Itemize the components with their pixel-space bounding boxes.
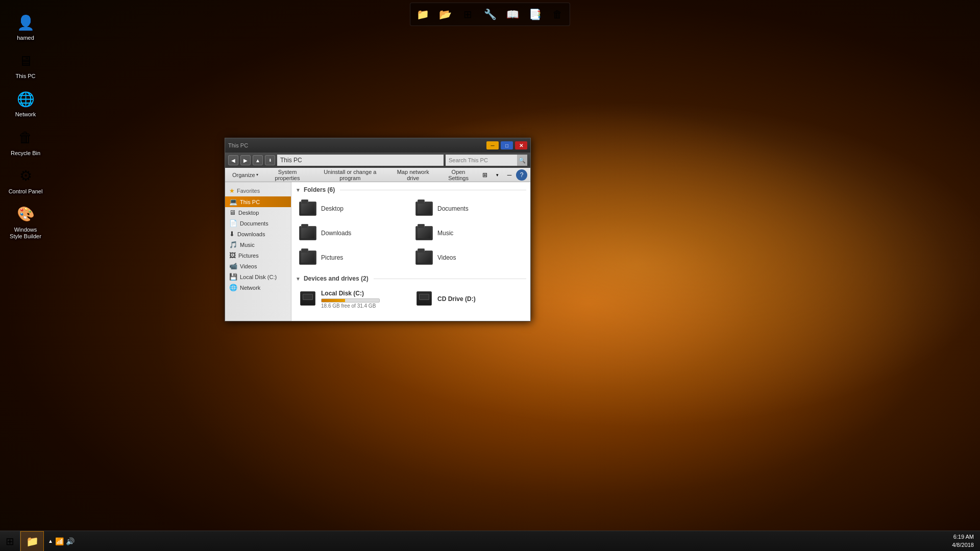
view-icon-btn[interactable]: ⊞ [479, 169, 491, 181]
sidebar-item-pictures[interactable]: 🖼 Pictures [225, 250, 291, 261]
taskbar: ⊞ 📁 ▲ 📶 🔊 6:19 AM 4/8/2018 [0, 531, 980, 551]
network-icon: 🌐 [15, 89, 36, 109]
sidebar-item-downloads[interactable]: ⬇ Downloads [225, 229, 291, 239]
desktop-sidebar-icon: 🖥 [229, 209, 236, 216]
music-sidebar-icon: 🎵 [229, 241, 237, 248]
minimize-button[interactable]: ─ [486, 141, 499, 149]
sidebar-item-videos[interactable]: 📹 Videos [225, 261, 291, 271]
dropdown-button[interactable]: ⬇ [265, 155, 275, 165]
cd-drive-d-icon [415, 289, 433, 308]
videos-folder-icon [415, 248, 433, 267]
folder-videos[interactable]: Videos [412, 246, 526, 269]
forward-button[interactable]: ▶ [240, 155, 251, 165]
downloads-folder-icon [299, 224, 317, 242]
folder-desktop[interactable]: Desktop [296, 197, 410, 220]
desktop-icon-windows-style-builder[interactable]: 🎨 Windows Style Builder [5, 202, 46, 242]
documents-folder-icon [415, 199, 433, 218]
taskbar-file-explorer[interactable]: 📁 [20, 531, 44, 552]
close-button[interactable]: ✕ [515, 141, 527, 149]
desktop-icon-this-pc[interactable]: 🖥 This PC [5, 48, 46, 82]
sidebar-item-music[interactable]: 🎵 Music [225, 239, 291, 250]
sidebar-item-network[interactable]: 🌐 Network [225, 282, 291, 293]
ql-folder2-btn[interactable]: 📂 [435, 5, 455, 23]
quick-launch-toolbar: 📁 📂 ⊞ 🔧 📖 📑 🗑 [410, 3, 570, 26]
map-network-button[interactable]: Map network drive [388, 169, 437, 181]
pictures-folder-name: Pictures [321, 254, 343, 261]
wsb-icon: 🎨 [15, 204, 36, 224]
system-properties-button[interactable]: System properties [263, 169, 312, 181]
open-settings-button[interactable]: Open Settings [438, 169, 478, 181]
view-help-btn[interactable]: ? [516, 169, 527, 181]
view-buttons: ⊞ ▾ ─ ? [479, 169, 527, 181]
videos-sidebar-icon: 📹 [229, 262, 237, 270]
address-bar: ◀ ▶ ▲ ⬇ 🔍 [225, 153, 530, 168]
ql-tool-btn[interactable]: 🔧 [480, 5, 500, 23]
wsb-label: Windows Style Builder [7, 227, 44, 240]
local-disk-c-space: 18.6 GB free of 31.4 GB [321, 303, 407, 309]
folders-section-header: ▼ Folders (6) [296, 186, 526, 193]
organize-button[interactable]: Organize ▾ [228, 169, 262, 181]
ql-grid-btn[interactable]: ⊞ [457, 5, 478, 23]
this-pc-label: This PC [15, 73, 35, 80]
view-dropdown-btn[interactable]: ▾ [492, 169, 503, 181]
ql-folder-btn[interactable]: 📁 [412, 5, 433, 23]
ql-book2-btn[interactable]: 📑 [525, 5, 545, 23]
back-button[interactable]: ◀ [228, 155, 238, 165]
downloads-sidebar-icon: ⬇ [229, 230, 235, 238]
drives-section-header: ▼ Devices and drives (2) [296, 275, 526, 282]
taskbar-clock[interactable]: 6:19 AM 4/8/2018 [946, 533, 980, 549]
start-button[interactable]: ⊞ [0, 531, 20, 552]
ql-trash-btn[interactable]: 🗑 [547, 5, 568, 23]
desktop-icon-area: 👤 hamed 🖥 This PC 🌐 Network 🗑 Recycle Bi… [0, 0, 46, 242]
clock-date: 4/8/2018 [952, 541, 974, 549]
folder-documents[interactable]: Documents [412, 197, 526, 220]
toolbar: Organize ▾ System properties Uninstall o… [225, 168, 530, 182]
cd-drive-d-info: CD Drive (D:) [437, 294, 523, 303]
uninstall-button[interactable]: Uninstall or change a program [312, 169, 387, 181]
folder-pictures[interactable]: Pictures [296, 246, 410, 269]
view-minimize-btn[interactable]: ─ [504, 169, 515, 181]
title-bar-controls: ─ □ ✕ [486, 141, 527, 149]
music-folder-icon [415, 224, 433, 242]
this-pc-sidebar-icon: 💻 [229, 198, 237, 206]
local-disk-c-bar-fill [322, 299, 345, 302]
explorer-window: This PC ─ □ ✕ ◀ ▶ ▲ ⬇ 🔍 Organize ▾ Syste… [225, 138, 531, 321]
folders-grid: Desktop Documents Downloads [296, 197, 526, 269]
desktop-icon-control-panel[interactable]: ⚙ Control Panel [5, 164, 46, 197]
this-pc-icon: 🖥 [15, 51, 36, 71]
ql-book-btn[interactable]: 📖 [502, 5, 523, 23]
system-tray: ▲ 📶 🔊 [44, 537, 79, 545]
folders-separator [340, 190, 526, 190]
tray-arrow[interactable]: ▲ [48, 538, 53, 544]
sidebar-item-local-disk[interactable]: 💾 Local Disk (C:) [225, 271, 291, 282]
folder-downloads[interactable]: Downloads [296, 222, 410, 244]
content-area: ★ Favorites 💻 This PC 🖥 Desktop 📄 Docume… [225, 182, 530, 321]
drives-collapse-arrow[interactable]: ▼ [296, 276, 301, 282]
desktop-icon-hamed[interactable]: 👤 hamed [5, 10, 46, 43]
search-button[interactable]: 🔍 [517, 155, 527, 166]
folder-music[interactable]: Music [412, 222, 526, 244]
desktop-icon-recycle-bin[interactable]: 🗑 Recycle Bin [5, 126, 46, 159]
sidebar-item-desktop[interactable]: 🖥 Desktop [225, 207, 291, 218]
file-explorer-icon: 📁 [26, 535, 39, 547]
drive-cd-d[interactable]: CD Drive (D:) [412, 286, 526, 311]
drive-local-disk-c[interactable]: Local Disk (C:) 18.6 GB free of 31.4 GB [296, 286, 410, 311]
hamed-icon: 👤 [15, 12, 36, 33]
control-panel-icon: ⚙ [15, 166, 36, 186]
favorites-header: ★ Favorites [225, 185, 291, 196]
sidebar-item-documents[interactable]: 📄 Documents [225, 218, 291, 229]
desktop-icon-network[interactable]: 🌐 Network [5, 87, 46, 120]
sidebar: ★ Favorites 💻 This PC 🖥 Desktop 📄 Docume… [225, 182, 291, 321]
clock-time: 6:19 AM [952, 533, 974, 541]
maximize-button[interactable]: □ [501, 141, 513, 149]
search-input[interactable] [446, 155, 517, 166]
up-button[interactable]: ▲ [253, 155, 263, 165]
folders-collapse-arrow[interactable]: ▼ [296, 187, 301, 193]
local-disk-sidebar-icon: 💾 [229, 273, 237, 281]
sidebar-item-this-pc[interactable]: 💻 This PC [225, 196, 291, 207]
tray-network-icon: 📶 [55, 537, 64, 545]
address-input[interactable] [277, 155, 444, 166]
hamed-label: hamed [17, 35, 34, 41]
cd-drive-d-name: CD Drive (D:) [437, 295, 476, 303]
tray-volume-icon: 🔊 [66, 537, 75, 545]
